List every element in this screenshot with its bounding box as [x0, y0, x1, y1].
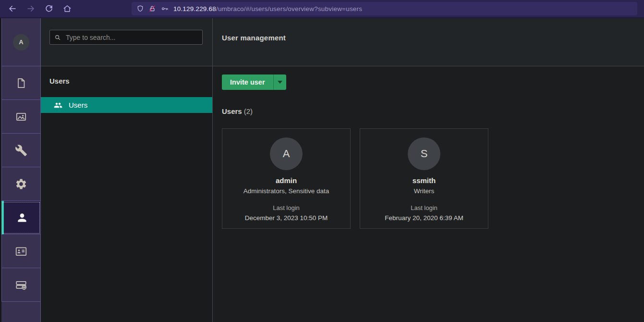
home-icon — [63, 4, 72, 13]
tree-body: Users Users — [41, 66, 212, 322]
tree-section-title: Users — [49, 77, 212, 85]
sidebar-item-translation[interactable] — [1, 268, 41, 302]
home-button[interactable] — [59, 1, 76, 16]
url-bar[interactable]: 10.129.229.68/umbraco/#/users/users/over… — [132, 2, 637, 15]
last-login-date: December 3, 2023 10:50 PM — [222, 214, 350, 222]
back-button[interactable] — [4, 1, 21, 16]
tree-search-header — [41, 18, 212, 66]
user-groups: Administrators, Sensitive data — [222, 187, 350, 195]
invite-user-label[interactable]: Invite user — [222, 74, 273, 90]
url-host: 10.129.229.68 — [173, 5, 216, 12]
page-title: User management — [222, 34, 644, 42]
id-card-icon — [15, 245, 27, 258]
last-login-date: February 20, 2020 6:39 AM — [360, 214, 488, 222]
tree-item-label: Users — [69, 101, 87, 109]
avatar: S — [408, 137, 440, 170]
last-login-label: Last login — [222, 204, 350, 211]
user-name: admin — [222, 176, 350, 185]
chevron-down-icon — [278, 81, 282, 84]
lock-insecure-icon[interactable] — [148, 5, 156, 12]
sidebar-item-packages[interactable] — [1, 167, 41, 201]
current-user-avatar-button[interactable]: A — [1, 18, 41, 66]
main-header: User management — [213, 18, 644, 66]
app-shell: A Users — [0, 18, 644, 322]
avatar: A — [270, 137, 303, 170]
users-group-icon — [54, 101, 62, 110]
avatar[interactable]: A — [13, 34, 29, 50]
url-path: /umbraco/#/users/users/overview?subview=… — [216, 5, 362, 12]
user-groups: Writers — [360, 187, 488, 195]
server-add-icon — [15, 279, 27, 291]
invite-user-dropdown-toggle[interactable] — [273, 74, 286, 90]
user-name: ssmith — [360, 176, 488, 185]
back-icon — [8, 4, 17, 13]
user-cards: A admin Administrators, Sensitive data L… — [222, 128, 644, 229]
sidebar-item-users[interactable] — [1, 201, 41, 235]
url-text: 10.129.229.68/umbraco/#/users/users/over… — [173, 5, 362, 12]
reload-icon — [45, 4, 53, 13]
shield-icon[interactable] — [136, 5, 144, 12]
document-icon — [15, 77, 27, 89]
search-input[interactable] — [65, 33, 198, 42]
users-list-title: Users — [222, 107, 242, 115]
search-icon — [54, 34, 61, 41]
user-card-admin[interactable]: A admin Administrators, Sensitive data L… — [222, 128, 351, 229]
forward-button[interactable] — [22, 1, 39, 16]
sidebar-filler — [1, 302, 41, 322]
tree-panel: Users Users — [41, 18, 213, 322]
last-login-label: Last login — [360, 204, 488, 211]
browser-toolbar: 10.129.229.68/umbraco/#/users/users/over… — [0, 0, 644, 18]
users-list-heading: Users(2) — [222, 107, 644, 115]
sidebar-item-settings[interactable] — [1, 134, 41, 167]
sidebar-item-media[interactable] — [1, 100, 41, 134]
search-box[interactable] — [49, 30, 203, 45]
main-panel: User management Invite user Users(2) A a… — [213, 18, 644, 322]
media-image-icon — [15, 111, 27, 123]
invite-user-button[interactable]: Invite user — [222, 74, 286, 90]
forward-icon — [26, 4, 35, 13]
wrench-icon — [15, 144, 27, 157]
sections-sidebar: A — [0, 18, 41, 322]
reload-button[interactable] — [40, 1, 58, 16]
tree-item-users[interactable]: Users — [41, 97, 212, 113]
main-body: Invite user Users(2) A admin Administrat… — [213, 66, 644, 322]
sidebar-item-content[interactable] — [1, 66, 41, 100]
user-icon — [16, 211, 28, 224]
key-icon[interactable] — [160, 5, 169, 12]
users-count-badge: (2) — [244, 107, 253, 115]
sidebar-item-members[interactable] — [1, 235, 41, 268]
gear-icon — [15, 178, 27, 190]
user-card-ssmith[interactable]: S ssmith Writers Last login February 20,… — [360, 128, 488, 229]
